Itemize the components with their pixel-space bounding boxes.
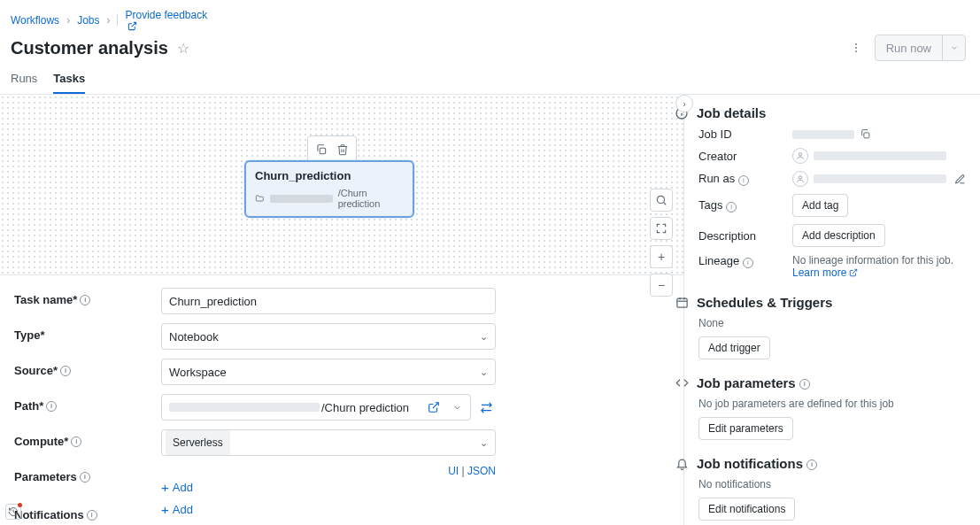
add-parameter-button[interactable]: +Add	[161, 481, 496, 494]
history-indicator[interactable]	[5, 504, 21, 520]
lineage-text: No lineage information for this job.	[792, 254, 966, 266]
provide-feedback-link[interactable]: Provide feedback	[125, 9, 207, 31]
task-name-input[interactable]	[161, 288, 496, 314]
info-icon[interactable]: i	[726, 202, 737, 212]
fullscreen-icon	[655, 222, 667, 235]
param-mode-toggle: UI | JSON	[161, 465, 496, 477]
job-parameters-heading: Job parameters i	[697, 375, 810, 390]
add-description-button[interactable]: Add description	[792, 224, 885, 247]
more-menu-button[interactable]	[846, 38, 866, 58]
plus-icon: +	[161, 503, 169, 516]
redacted-text	[169, 403, 320, 412]
svg-rect-11	[864, 133, 869, 138]
edit-parameters-button[interactable]: Edit parameters	[698, 417, 793, 440]
star-icon[interactable]: ☆	[177, 40, 189, 57]
folder-icon	[255, 193, 265, 204]
copy-icon	[315, 143, 328, 156]
description-label: Description	[698, 229, 792, 243]
info-icon[interactable]: i	[46, 401, 57, 412]
canvas-zoom-out-button[interactable]: −	[650, 274, 673, 297]
source-label: Source*i	[14, 359, 161, 377]
svg-point-13	[799, 176, 801, 179]
svg-line-7	[433, 403, 438, 408]
swap-icon	[480, 401, 493, 414]
add-notification-button[interactable]: +Add	[161, 503, 496, 516]
run-as-label: Run as i	[698, 172, 792, 186]
job-parameters-none: No job parameters are defined for this j…	[698, 398, 966, 410]
info-icon[interactable]: i	[71, 436, 81, 447]
notification-dot	[18, 503, 22, 507]
breadcrumb-workflows[interactable]: Workflows	[11, 14, 59, 27]
schedules-none: None	[698, 317, 966, 329]
open-external-button[interactable]	[424, 398, 444, 417]
type-value: Notebook	[169, 330, 219, 344]
redacted-text	[792, 130, 854, 139]
redacted-text	[814, 151, 946, 160]
info-icon[interactable]: i	[80, 295, 90, 305]
canvas-search-button[interactable]	[650, 189, 673, 212]
canvas-zoom-in-button[interactable]: +	[650, 245, 673, 268]
info-icon[interactable]: i	[738, 175, 749, 186]
param-ui-link[interactable]: UI	[448, 465, 459, 477]
chevron-right-icon: ›	[106, 14, 110, 27]
external-link-icon	[127, 21, 137, 31]
compute-select[interactable]: Serverless⌄	[161, 429, 496, 456]
path-suffix: /Churn prediction	[321, 401, 409, 414]
info-icon[interactable]: i	[87, 510, 97, 521]
plus-icon: +	[658, 250, 665, 264]
dag-canvas[interactable]: Churn_prediction /Churn prediction + −	[0, 95, 683, 275]
svg-point-5	[657, 196, 664, 203]
svg-point-1	[855, 43, 857, 45]
lineage-label: Lineage i	[698, 254, 792, 268]
svg-point-2	[855, 47, 857, 49]
svg-point-3	[855, 50, 857, 52]
task-form: Task name*i Type* Notebook⌄ Source*i Wor…	[0, 275, 683, 525]
add-trigger-button[interactable]: Add trigger	[698, 336, 770, 359]
redacted-text	[814, 174, 946, 183]
task-node-title: Churn_prediction	[255, 169, 404, 182]
type-select[interactable]: Notebook⌄	[161, 323, 496, 350]
pencil-icon	[954, 174, 966, 185]
user-icon	[792, 171, 808, 187]
details-panel: › Job details Job ID Creator Run as i Ta…	[683, 95, 980, 525]
type-label: Type*	[14, 323, 161, 342]
edit-notifications-button[interactable]: Edit notifications	[698, 498, 795, 521]
job-notifications-heading: Job notifications i	[697, 456, 817, 471]
param-json-link[interactable]: JSON	[467, 465, 496, 477]
swap-path-button[interactable]	[476, 398, 496, 417]
task-node[interactable]: Churn_prediction /Churn prediction	[244, 160, 414, 218]
compute-label: Compute*i	[14, 429, 161, 448]
info-icon[interactable]: i	[806, 459, 817, 470]
learn-more-link[interactable]: Learn more	[792, 266, 858, 279]
svg-rect-15	[676, 298, 686, 307]
job-id-label: Job ID	[698, 127, 792, 141]
tab-tasks[interactable]: Tasks	[53, 72, 85, 94]
canvas-fullscreen-button[interactable]	[650, 217, 673, 240]
svg-point-12	[799, 153, 801, 156]
add-tag-button[interactable]: Add tag	[792, 194, 848, 217]
chevron-down-icon	[452, 403, 462, 413]
task-name-label: Task name*i	[14, 288, 161, 306]
info-icon[interactable]: i	[799, 379, 810, 390]
redacted-text	[270, 195, 333, 203]
breadcrumb-jobs[interactable]: Jobs	[77, 14, 99, 27]
chevron-right-icon: ›	[66, 14, 70, 27]
source-value: Workspace	[169, 366, 227, 379]
external-link-icon	[428, 401, 440, 413]
path-input[interactable]: /Churn prediction	[161, 394, 471, 421]
delete-node-button[interactable]	[333, 140, 352, 159]
path-dropdown[interactable]	[447, 398, 467, 417]
copy-node-button[interactable]	[312, 140, 331, 159]
info-icon[interactable]: i	[60, 366, 71, 376]
edit-run-as-button[interactable]	[954, 174, 966, 185]
collapse-panel-button[interactable]: ›	[675, 95, 693, 112]
info-icon[interactable]: i	[743, 258, 753, 268]
tab-runs[interactable]: Runs	[11, 72, 37, 94]
info-icon[interactable]: i	[80, 472, 90, 483]
run-now-dropdown[interactable]	[942, 35, 965, 60]
run-now-button[interactable]: Run now	[875, 35, 966, 61]
tabs: Runs Tasks	[0, 61, 980, 95]
source-select[interactable]: Workspace⌄	[161, 359, 496, 385]
copy-job-id-button[interactable]	[860, 128, 871, 140]
svg-line-6	[664, 203, 667, 205]
